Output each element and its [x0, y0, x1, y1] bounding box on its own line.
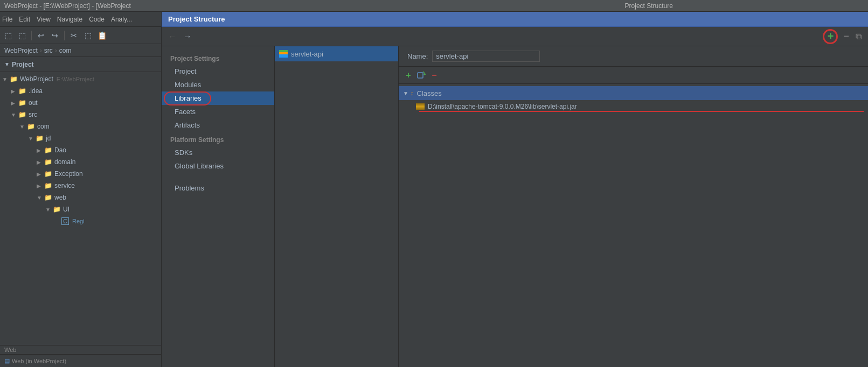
- detail-add-module-btn[interactable]: +: [416, 70, 427, 81]
- dialog-nav-global-libraries[interactable]: Global Libraries: [162, 159, 274, 173]
- library-list: servlet-api: [275, 46, 399, 367]
- tree-item-com[interactable]: ▼ 📁 com: [0, 121, 161, 132]
- project-panel-header[interactable]: ▼ Project: [0, 57, 161, 72]
- dialog-nav-problems[interactable]: Problems: [162, 181, 274, 195]
- window-title-left: WebProject - [E:\\WebProject] - [WebProj…: [4, 2, 434, 10]
- web-module-icon: ▤: [4, 357, 10, 364]
- tree-item-dao[interactable]: ▶ 📁 Dao: [0, 144, 161, 156]
- regi-class-icon: C: [61, 217, 69, 225]
- dialog-body: Project Settings Project Modules Librari…: [162, 46, 868, 367]
- jar-entry-servlet: D:\install\apache-tomcat-9.0.0.M26\lib\s…: [399, 100, 868, 113]
- web-folder-icon: 📁: [44, 194, 52, 201]
- dao-folder-icon: 📁: [44, 146, 52, 154]
- svg-rect-0: [418, 73, 423, 78]
- dialog-nav-project[interactable]: Project: [162, 65, 274, 78]
- breadcrumb-com[interactable]: com: [59, 47, 72, 54]
- detail-remove-btn[interactable]: −: [429, 70, 440, 81]
- dialog-nav-sdks[interactable]: SDKs: [162, 146, 274, 159]
- library-name-input[interactable]: [432, 51, 540, 62]
- menu-view[interactable]: View: [37, 16, 51, 23]
- project-tree[interactable]: ▼ 📁 WebProject E:\WebProject ▶ 📁 .idea ▶: [0, 72, 161, 345]
- tree-arrow-service: ▶: [37, 183, 44, 189]
- tree-exception-label: Exception: [54, 170, 83, 178]
- tree-arrow-com: ▼: [19, 124, 27, 130]
- tree-out-label: out: [29, 99, 38, 107]
- dialog-sidebar: Project Settings Project Modules Librari…: [162, 46, 275, 367]
- tree-arrow-jd: ▼: [28, 136, 36, 142]
- toolbar-copy[interactable]: ⬚: [82, 30, 94, 41]
- library-name: servlet-api: [291, 50, 323, 58]
- jar-path: D:\install\apache-tomcat-9.0.0.M26\lib\s…: [428, 103, 577, 110]
- library-name-row: Name:: [399, 46, 868, 67]
- library-item-servlet-api[interactable]: servlet-api: [275, 46, 398, 61]
- menu-edit[interactable]: Edit: [19, 16, 30, 23]
- bottom-bar: ▤ Web (in WebProject): [0, 354, 161, 367]
- detail-toolbar: + + −: [399, 67, 868, 84]
- name-label: Name:: [407, 52, 428, 60]
- tree-item-web[interactable]: ▼ 📁 web: [0, 192, 161, 203]
- remove-library-btn[interactable]: −: [841, 31, 851, 42]
- window-title-right: Project Structure: [434, 2, 864, 10]
- tree-item-domain[interactable]: ▶ 📁 domain: [0, 156, 161, 168]
- tree-item-out[interactable]: ▶ 📁 out: [0, 97, 161, 109]
- dialog-forward-btn[interactable]: →: [181, 30, 194, 43]
- dialog-nav-modules[interactable]: Modules: [162, 78, 274, 91]
- tree-arrow-ui: ▼: [45, 207, 53, 213]
- classes-header[interactable]: ▼ ↕ Classes: [399, 86, 868, 100]
- tree-item-idea[interactable]: ▶ 📁 .idea: [0, 85, 161, 97]
- toolbar-btn-2[interactable]: ⬚: [16, 30, 28, 41]
- toolbar-paste[interactable]: 📋: [96, 30, 108, 41]
- tree-root-name: WebProject: [20, 75, 53, 83]
- toolbar-redo[interactable]: ↪: [49, 30, 61, 41]
- tree-arrow-idea: ▶: [11, 88, 18, 94]
- project-root-icon: 📁: [10, 75, 18, 83]
- platform-settings-header: Platform Settings: [162, 134, 274, 146]
- toolbar-btn-1[interactable]: ⬚: [2, 30, 14, 41]
- jd-folder-icon: 📁: [36, 135, 44, 142]
- tree-item-ui[interactable]: ▼ 📁 UI: [0, 203, 161, 215]
- bottom-web-label: Web: [0, 345, 161, 354]
- library-icon: [279, 50, 288, 58]
- bottom-bar-text: Web (in WebProject): [12, 358, 66, 364]
- tree-item-root[interactable]: ▼ 📁 WebProject E:\WebProject: [0, 73, 161, 85]
- menu-code[interactable]: Code: [89, 16, 105, 23]
- service-folder-icon: 📁: [44, 182, 52, 189]
- menu-file[interactable]: File: [2, 16, 12, 23]
- dialog-nav-libraries[interactable]: Libraries: [162, 91, 274, 105]
- dialog-toolbar: ← → + − ⧉: [162, 27, 868, 46]
- breadcrumb-project[interactable]: WebProject: [4, 47, 38, 54]
- toolbar-cut[interactable]: ✂: [68, 30, 80, 41]
- classes-num-icon: ↕: [411, 90, 414, 96]
- tree-arrow-src: ▼: [11, 112, 18, 118]
- tree-arrow-dao: ▶: [37, 147, 44, 153]
- tree-src-label: src: [29, 111, 37, 118]
- classes-label: Classes: [416, 89, 441, 97]
- tree-item-exception[interactable]: ▶ 📁 Exception: [0, 168, 161, 180]
- tree-item-src[interactable]: ▼ 📁 src: [0, 109, 161, 121]
- tree-root-path: E:\WebProject: [57, 76, 94, 82]
- src-folder-icon: 📁: [18, 111, 26, 118]
- project-panel-title: Project: [12, 61, 34, 68]
- dialog-back-btn[interactable]: ←: [166, 30, 179, 43]
- tree-idea-label: .idea: [29, 87, 43, 95]
- panel-collapse-arrow: ▼: [4, 61, 10, 67]
- toolbar-undo[interactable]: ↩: [35, 30, 47, 41]
- menu-navigate[interactable]: Navigate: [57, 16, 82, 23]
- add-library-btn[interactable]: +: [823, 29, 838, 44]
- breadcrumb-src[interactable]: src: [44, 47, 53, 54]
- tree-item-service[interactable]: ▶ 📁 service: [0, 180, 161, 192]
- com-folder-icon: 📁: [27, 123, 35, 130]
- dialog-nav-artifacts[interactable]: Artifacts: [162, 118, 274, 132]
- add-btn-container: +: [822, 28, 839, 45]
- tree-item-regi[interactable]: ▶ C Regi: [0, 215, 161, 227]
- tree-item-jd[interactable]: ▼ 📁 jd: [0, 132, 161, 144]
- dialog-nav-facets[interactable]: Facets: [162, 105, 274, 118]
- copy-library-btn[interactable]: ⧉: [853, 32, 864, 41]
- tree-jd-label: jd: [46, 135, 51, 142]
- project-settings-header: Project Settings: [162, 53, 274, 65]
- detail-add-btn[interactable]: +: [403, 70, 414, 81]
- title-bar: WebProject - [E:\\WebProject] - [WebProj…: [0, 0, 868, 12]
- dialog-title: Project Structure: [168, 15, 225, 23]
- tree-ui-label: UI: [63, 206, 70, 213]
- menu-analyze[interactable]: Analy...: [111, 16, 132, 23]
